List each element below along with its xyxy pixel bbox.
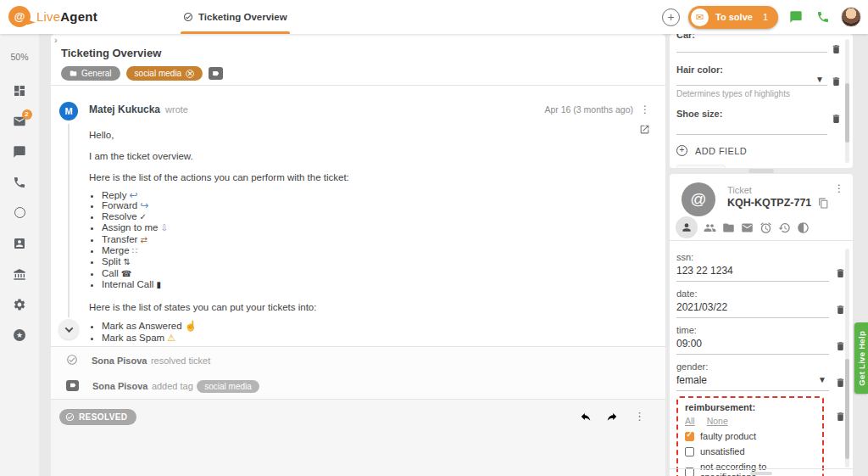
ticket-menu-icon[interactable]: ⋮ xyxy=(832,182,846,194)
collapse-panel-chevron-icon[interactable]: › xyxy=(54,35,58,45)
workspace: 50% 2 ★ › Ticketing Overview General xyxy=(0,34,868,476)
mail-icon xyxy=(741,221,754,234)
add-new-button[interactable]: + xyxy=(662,8,680,26)
checkbox-faulty-product[interactable]: faulty product xyxy=(685,431,815,441)
date-input[interactable]: 2021/03/22 xyxy=(676,301,829,318)
collapse-message-button[interactable] xyxy=(58,319,79,339)
list-item: Mark as Answered☝ xyxy=(102,320,606,332)
department-tag-general[interactable]: General xyxy=(61,66,120,81)
tab-group[interactable] xyxy=(704,221,716,234)
sidebar-item-calls[interactable] xyxy=(13,175,27,189)
ssn-input[interactable]: 123 22 1234 xyxy=(676,265,829,282)
panel-resize-handle[interactable] xyxy=(748,169,774,173)
forward-icon: ↪ xyxy=(140,199,148,211)
tab-ticketing-overview[interactable]: Ticketing Overview xyxy=(181,0,290,34)
people-icon xyxy=(704,221,716,234)
tab-contact-selected[interactable] xyxy=(676,216,698,238)
message-author: Matej Kukucka xyxy=(89,104,160,115)
event-row: Sona Pisova added tag social media xyxy=(51,372,665,398)
ticket-detail-card: › Ticketing Overview General social medi… xyxy=(51,34,665,476)
ticket-event-log: Sona Pisova resolved ticket Sona Pisova … xyxy=(51,347,665,399)
shoe-size-input[interactable] xyxy=(676,134,827,135)
status-badge: RESOLVED xyxy=(59,409,136,425)
scrollbar-thumb[interactable] xyxy=(845,359,849,459)
to-solve-button[interactable]: ✉ To solve 1 xyxy=(688,6,778,29)
select-all-link[interactable]: All xyxy=(685,416,695,426)
scrollbar[interactable] xyxy=(845,249,849,468)
sidebar-item-tickets[interactable]: 2 xyxy=(13,114,27,128)
gender-select[interactable]: female xyxy=(676,374,829,391)
car-input[interactable] xyxy=(676,52,827,53)
hair-color-select[interactable] xyxy=(676,85,827,86)
scrollbar-thumb[interactable] xyxy=(845,83,849,143)
call-icon: ☎ xyxy=(121,269,131,278)
checkbox-checked-icon[interactable] xyxy=(685,432,694,441)
field-reimbursement: reimbursement: All None faulty product xyxy=(676,396,829,476)
event-actor: Sona Pisova xyxy=(92,356,147,366)
delete-field-button[interactable] xyxy=(831,112,842,125)
message-menu-icon[interactable]: ⋮ xyxy=(638,104,652,115)
event-action: added tag xyxy=(152,381,193,391)
tab-company[interactable] xyxy=(722,221,735,234)
sidebar-item-online-visitors[interactable] xyxy=(13,205,27,220)
ticket-custom-fields: ssn: 123 22 1234 date: 2021/03/22 time: … xyxy=(670,242,853,476)
liveagent-logo[interactable]: @ LiveAgent xyxy=(8,6,97,27)
sidebar-item-settings[interactable] xyxy=(13,297,27,311)
save-button-disabled[interactable]: SAVE xyxy=(676,165,726,168)
tab-alarms[interactable] xyxy=(760,221,772,234)
more-options-icon[interactable]: ⋮ xyxy=(632,410,647,423)
calls-button[interactable] xyxy=(814,8,832,26)
bank-building-icon xyxy=(13,267,26,281)
list-item: Split⇅ xyxy=(102,256,606,267)
checkbox-icon[interactable] xyxy=(685,447,694,456)
user-avatar[interactable] xyxy=(841,7,861,27)
time-input[interactable]: 09:00 xyxy=(676,338,829,355)
copy-icon[interactable] xyxy=(818,198,829,209)
list-item: Mark as Spam⚠ xyxy=(102,332,606,344)
panel-resize-handle[interactable] xyxy=(750,472,772,475)
add-tag-button[interactable] xyxy=(209,67,223,80)
sidebar-item-help[interactable]: ★ xyxy=(13,328,27,342)
check-circle-icon xyxy=(183,12,193,22)
dropdown-arrow-icon[interactable]: ▼ xyxy=(818,375,826,384)
gear-icon xyxy=(13,298,26,311)
ticket-card-header: @ Ticket KQH-KQTPZ-771 ⋮ xyxy=(670,174,853,218)
forward-icon xyxy=(606,411,618,423)
star-badge-icon: ★ xyxy=(14,329,25,341)
circle-icon xyxy=(14,207,25,218)
get-live-help-tab[interactable]: Get Live Help xyxy=(854,322,868,394)
chats-button[interactable] xyxy=(787,8,805,26)
add-field-button[interactable]: + ADD FIELD xyxy=(676,145,747,156)
open-in-new-window-button[interactable] xyxy=(639,122,650,135)
dropdown-arrow-icon[interactable]: ▼ xyxy=(815,75,824,84)
divider xyxy=(670,240,853,241)
sidebar-item-dashboard[interactable] xyxy=(13,83,27,98)
trash-icon xyxy=(831,76,842,87)
reply-button[interactable] xyxy=(580,410,592,423)
remove-tag-icon[interactable]: ✕ xyxy=(186,70,194,78)
dashboard-icon xyxy=(13,84,26,98)
delete-field-button[interactable] xyxy=(831,42,842,55)
checkbox-unsatisfied[interactable]: unsatisfied xyxy=(685,446,815,456)
availability-percent: 50% xyxy=(10,52,28,62)
sidebar-item-customers[interactable] xyxy=(13,236,27,250)
ticket-code: KQH-KQTPZ-771 xyxy=(727,197,829,209)
message-timestamp: Apr 16 (3 months ago) xyxy=(545,104,633,115)
field-label: gender: xyxy=(676,361,829,372)
merge-icon: ∷ xyxy=(132,246,137,255)
tab-tickets[interactable] xyxy=(741,221,754,234)
delete-field-button[interactable] xyxy=(831,75,842,87)
message-paragraph: Here is the list of the actions you can … xyxy=(89,172,606,182)
logo-bubble-icon: @ xyxy=(8,6,31,27)
sidebar-item-knowledge-base[interactable] xyxy=(13,266,27,281)
chat-icon xyxy=(789,10,803,24)
sidebar-item-chats[interactable] xyxy=(13,144,27,159)
select-none-link[interactable]: None xyxy=(707,416,728,426)
tab-insights[interactable] xyxy=(797,221,810,234)
forward-button[interactable] xyxy=(606,410,618,423)
field-label-car: Car: xyxy=(676,34,827,40)
tab-history[interactable] xyxy=(778,221,791,234)
scrollbar[interactable] xyxy=(845,39,849,163)
message-paragraph: Hello, xyxy=(89,130,606,140)
tag-social-media[interactable]: social media ✕ xyxy=(126,66,203,81)
